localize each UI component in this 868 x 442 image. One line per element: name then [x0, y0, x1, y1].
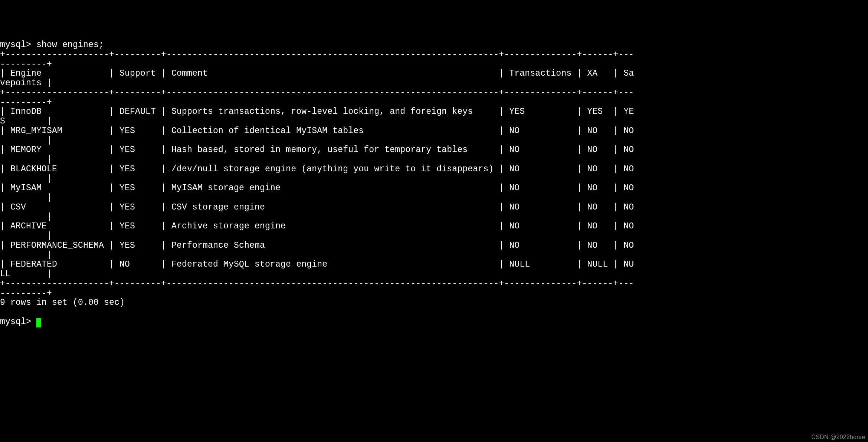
terminal-output: mysql> show engines; +------------------…	[0, 40, 868, 327]
table-divider-mid: +--------------------+---------+--------…	[0, 88, 634, 107]
table-divider-top: +--------------------+---------+--------…	[0, 50, 634, 69]
watermark: CSDN @2022horse	[811, 434, 865, 441]
mysql-prompt: mysql>	[0, 40, 36, 50]
terminal-cursor[interactable]	[36, 318, 41, 327]
table-divider-bot: +--------------------+---------+--------…	[0, 279, 634, 298]
table-data-rows: | InnoDB | DEFAULT | Supports transactio…	[0, 107, 634, 279]
sql-command: show engines;	[36, 40, 104, 50]
mysql-prompt: mysql>	[0, 317, 36, 327]
result-summary: 9 rows in set (0.00 sec)	[0, 298, 125, 307]
table-header-row: | Engine | Support | Comment | Transacti…	[0, 69, 634, 88]
